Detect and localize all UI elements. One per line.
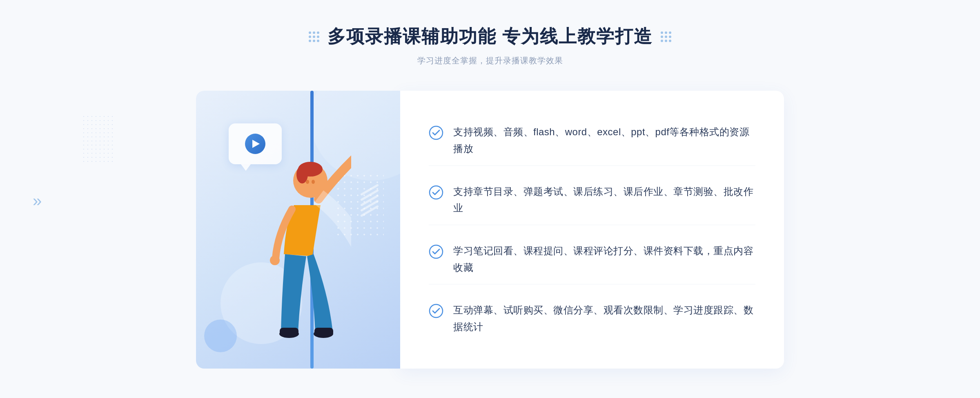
feature-item-1: 支持视频、音频、flash、word、excel、ppt、pdf等各种格式的资源…: [429, 116, 755, 166]
page-wrapper: » 多项录播课辅助功能 专为线上教学打造 学习进度全掌握，提升录播课教学效果: [0, 0, 980, 398]
feature-item-4: 互动弹幕、试听购买、微信分享、观看次数限制、学习进度跟踪、数据统计: [429, 294, 755, 344]
feature-text-4: 互动弹幕、试听购买、微信分享、观看次数限制、学习进度跟踪、数据统计: [453, 302, 755, 335]
svg-point-6: [270, 255, 280, 265]
svg-point-3: [306, 180, 309, 184]
page-subtitle: 学习进度全掌握，提升录播课教学效果: [417, 55, 563, 66]
dots-decoration-left: [82, 114, 114, 163]
svg-point-14: [430, 304, 443, 318]
svg-rect-9: [280, 328, 298, 336]
feature-text-3: 学习笔记回看、课程提问、课程评论打分、课件资料下载，重点内容收藏: [453, 243, 755, 276]
features-panel: 支持视频、音频、flash、word、excel、ppt、pdf等各种格式的资源…: [400, 91, 784, 369]
grid-decoration-left: [309, 31, 319, 42]
stripes-decoration: [359, 189, 380, 217]
feature-text-1: 支持视频、音频、flash、word、excel、ppt、pdf等各种格式的资源…: [453, 124, 755, 157]
feature-item-2: 支持章节目录、弹题考试、课后练习、课后作业、章节测验、批改作业: [429, 175, 755, 226]
check-icon-3: [429, 244, 443, 259]
illustration-figure: [245, 140, 351, 369]
svg-point-4: [312, 180, 315, 184]
check-icon-4: [429, 304, 443, 318]
svg-point-11: [430, 126, 443, 139]
check-icon-1: [429, 125, 443, 140]
page-title: 多项录播课辅助功能 专为线上教学打造: [327, 25, 653, 49]
feature-text-2: 支持章节目录、弹题考试、课后练习、课后作业、章节测验、批改作业: [453, 183, 755, 217]
main-content: 支持视频、音频、flash、word、excel、ppt、pdf等各种格式的资源…: [196, 91, 784, 369]
feature-item-3: 学习笔记回看、课程提问、课程评论打分、课件资料下载，重点内容收藏: [429, 235, 755, 285]
check-icon-2: [429, 185, 443, 200]
illustration-panel: [196, 91, 400, 369]
chevron-decoration-left: »: [33, 192, 42, 210]
svg-rect-10: [314, 328, 333, 336]
deco-circle-small: [204, 320, 237, 352]
svg-point-12: [430, 186, 443, 199]
page-header: 多项录播课辅助功能 专为线上教学打造: [309, 25, 671, 49]
svg-point-13: [430, 245, 443, 258]
grid-decoration-right: [661, 31, 671, 42]
